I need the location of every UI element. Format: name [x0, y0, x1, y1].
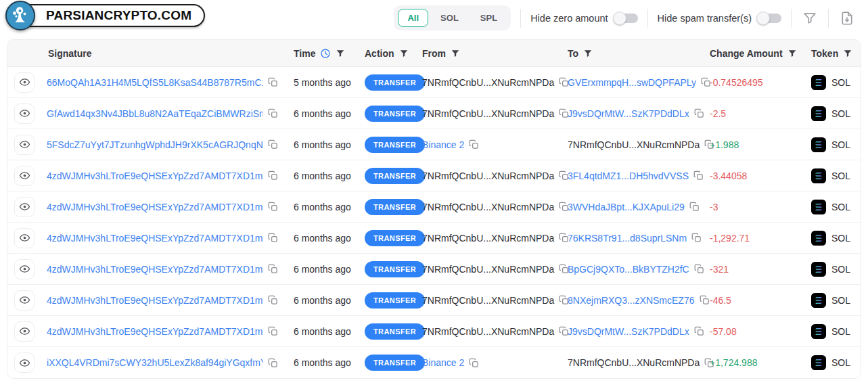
copy-icon[interactable] [694, 108, 704, 118]
eye-icon [19, 201, 30, 212]
signature-link[interactable]: 4zdWJMHv3hLTroE9eQHSExYpZzd7AMDT7XD1m5Vu… [47, 295, 263, 306]
from-address[interactable]: 7NRmfQCnbU...XNuRcmNPDa [422, 108, 554, 119]
to-address[interactable]: 76KRS8Tr91...d8SuprLSNm [568, 233, 687, 244]
to-address[interactable]: J9vsDQrMtW...SzK7PDdDLx [568, 108, 689, 119]
signature-link[interactable]: GfAwd14qx3Nv4JBbL8u8N2AaTEqaZCiBMWRziSnU… [47, 108, 263, 119]
header-action: Action [359, 48, 417, 59]
signature-link[interactable]: 5FSdcZ7uYyt7JTzunhgWphdJH9rXK5cAGRJQnqNe… [47, 139, 263, 150]
from-address[interactable]: 7NRmfQCnbU...XNuRcmNPDa [422, 295, 554, 306]
change-amount: -3.44058 [704, 170, 806, 181]
to-address[interactable]: 3FL4qtdMZ1...DH5hvdVVSS [568, 170, 689, 181]
signature-link[interactable]: 4zdWJMHv3hLTroE9eQHSExYpZzd7AMDT7XD1m5Vu… [47, 233, 263, 244]
hide-spam-toggle[interactable] [758, 14, 781, 23]
view-transaction-button[interactable] [14, 352, 35, 373]
header-from: From [417, 48, 562, 59]
view-transaction-button[interactable] [14, 135, 35, 155]
copy-icon[interactable] [694, 326, 704, 336]
from-address[interactable]: 7NRmfQCnbU...XNuRcmNPDa [422, 233, 554, 244]
signature-link[interactable]: 66MoQAh1A31H4M5LQfS5L8KsaS44B8787R5mC1r6… [47, 77, 263, 88]
from-address[interactable]: 7NRmfQCnbU...XNuRcmNPDa [422, 170, 554, 181]
signature-link[interactable]: 4zdWJMHv3hLTroE9eQHSExYpZzd7AMDT7XD1m5Vu… [47, 326, 263, 337]
copy-icon[interactable] [268, 202, 278, 212]
action-badge: TRANSFER [365, 199, 425, 215]
tab-all[interactable]: All [398, 9, 428, 27]
copy-icon[interactable] [268, 139, 278, 150]
to-address[interactable]: 8NXejmRXQ3...zXNSmcEZ76 [568, 295, 695, 306]
filter-funnel-icon[interactable] [787, 49, 797, 58]
clock-icon[interactable] [320, 48, 331, 59]
from-address[interactable]: 7NRmfQCnbU...XNuRcmNPDa [422, 264, 554, 275]
sol-token-icon [811, 324, 826, 339]
hide-zero-label: Hide zero amount [530, 13, 608, 24]
token-label: SOL [831, 295, 850, 306]
time-cell: 5 months ago [288, 77, 359, 88]
copy-icon[interactable] [689, 202, 700, 212]
copy-icon[interactable] [693, 170, 704, 181]
copy-icon[interactable] [469, 139, 479, 150]
divider [828, 9, 829, 28]
filter-funnel-icon[interactable] [451, 49, 460, 58]
to-address[interactable]: J9vsDQrMtW...SzK7PDdDLx [568, 326, 689, 337]
time-cell: 6 months ago [288, 326, 359, 337]
filter-funnel-icon[interactable] [583, 49, 593, 58]
token-label: SOL [831, 233, 850, 244]
from-address[interactable]: Binance 2 [422, 357, 464, 368]
to-address[interactable]: 3WVHdaJBpt...KJXApuLi29 [568, 202, 685, 212]
signature-link[interactable]: iXXQL4VRDmi7sCWY32hU5LexZk8af94giYGqxfmY… [47, 357, 263, 368]
view-transaction-button[interactable] [14, 197, 35, 217]
token-label: SOL [831, 202, 850, 212]
view-transaction-button[interactable] [14, 104, 35, 124]
to-address[interactable]: 7NRmfQCnbU...XNuRcmNPDa [568, 139, 700, 150]
from-address[interactable]: 7NRmfQCnbU...XNuRcmNPDa [422, 326, 554, 337]
change-amount: +1,724.988 [704, 357, 806, 368]
hide-zero-toggle[interactable] [615, 14, 638, 23]
token-label: SOL [831, 326, 850, 337]
to-address[interactable]: 7NRmfQCnbU...XNuRcmNPDa [568, 357, 700, 368]
signature-link[interactable]: 4zdWJMHv3hLTroE9eQHSExYpZzd7AMDT7XD1m5Vu… [47, 264, 263, 275]
copy-icon[interactable] [268, 295, 278, 305]
from-address[interactable]: Binance 2 [422, 139, 464, 150]
from-address[interactable]: 7NRmfQCnbU...XNuRcmNPDa [422, 77, 554, 88]
copy-icon[interactable] [268, 358, 278, 368]
tab-spl[interactable]: SPL [471, 9, 507, 27]
copy-icon[interactable] [469, 358, 479, 368]
time-cell: 6 months ago [288, 108, 359, 119]
token-label: SOL [831, 170, 850, 181]
table-row: 4zdWJMHv3hLTroE9eQHSExYpZzd7AMDT7XD1m5Vu… [7, 285, 861, 316]
view-transaction-button[interactable] [14, 290, 35, 311]
change-amount: -57.08 [704, 326, 806, 337]
copy-icon[interactable] [691, 233, 702, 243]
copy-icon[interactable] [268, 264, 278, 274]
copy-icon[interactable] [268, 233, 278, 243]
export-file-icon[interactable] [838, 9, 856, 27]
from-address[interactable]: 7NRmfQCnbU...XNuRcmNPDa [422, 202, 554, 212]
view-transaction-button[interactable] [14, 228, 35, 248]
action-badge: TRANSFER [365, 292, 425, 309]
signature-link[interactable]: 4zdWJMHv3hLTroE9eQHSExYpZzd7AMDT7XD1m5Vu… [47, 170, 263, 181]
action-badge: TRANSFER [365, 106, 425, 122]
filter-funnel-icon[interactable] [801, 9, 819, 27]
time-cell: 6 months ago [288, 295, 359, 306]
signature-link[interactable]: 4zdWJMHv3hLTroE9eQHSExYpZzd7AMDT7XD1m5Vu… [47, 202, 263, 212]
time-cell: 6 months ago [288, 139, 359, 150]
filter-funnel-icon[interactable] [336, 49, 345, 58]
copy-icon[interactable] [268, 170, 278, 181]
view-transaction-button[interactable] [14, 72, 35, 93]
site-logo: PARSIANCRYPTO.COM [5, 1, 205, 30]
view-transaction-button[interactable] [14, 321, 35, 342]
eye-icon [19, 357, 30, 369]
change-amount: -1,292.71 [704, 233, 806, 244]
copy-icon[interactable] [268, 108, 278, 118]
to-address[interactable]: GVErxmmpqH...swDQPFAPLy [568, 77, 696, 88]
view-transaction-button[interactable] [14, 259, 35, 279]
copy-icon[interactable] [694, 264, 704, 274]
table-row: 4zdWJMHv3hLTroE9eQHSExYpZzd7AMDT7XD1m5Vu… [7, 160, 861, 191]
copy-icon[interactable] [268, 77, 278, 87]
filter-funnel-icon[interactable] [399, 49, 409, 58]
tab-sol[interactable]: SOL [431, 9, 468, 27]
filter-funnel-icon[interactable] [843, 49, 852, 58]
view-transaction-button[interactable] [14, 166, 35, 186]
to-address[interactable]: BpGCj9QXTo...BkBYTZH2fC [568, 264, 689, 275]
action-badge: TRANSFER [365, 323, 425, 340]
copy-icon[interactable] [268, 326, 278, 336]
